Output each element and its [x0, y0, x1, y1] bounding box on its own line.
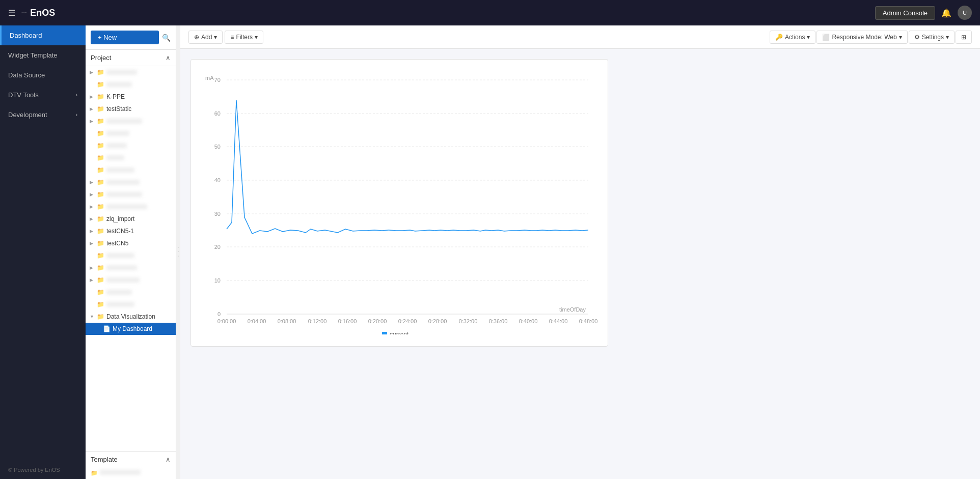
- y-tick-20: 20: [214, 244, 221, 250]
- project-header: Project ∧: [86, 50, 176, 66]
- content-toolbar: ⊕ Add ▾ ≡ Filters ▾ 🔑 Actions ▾ ⬜: [180, 25, 980, 49]
- folder-icon: 📁: [97, 240, 104, 247]
- tree-item-label: testCN5: [106, 240, 128, 247]
- folder-icon: 📁: [97, 252, 104, 259]
- x-tick-7: 0:28:00: [428, 318, 447, 324]
- list-item[interactable]: ▶ 📁: [86, 201, 176, 213]
- list-item[interactable]: 📁: [86, 164, 176, 176]
- folder-icon: 📁: [97, 81, 104, 88]
- folder-icon: 📁: [97, 105, 104, 112]
- grid-layout-button[interactable]: ⊞: [956, 31, 972, 44]
- list-item[interactable]: ▶ 📁: [86, 115, 176, 127]
- folder-icon: 📁: [97, 191, 104, 198]
- template-label: Template: [91, 456, 118, 463]
- sidebar-item-widget-template[interactable]: Widget Template: [0, 45, 86, 65]
- list-item[interactable]: 📁: [86, 286, 176, 298]
- y-tick-60: 60: [214, 110, 221, 117]
- responsive-mode-button[interactable]: ⬜ Responsive Mode: Web ▾: [816, 31, 907, 44]
- list-item-testcn5[interactable]: ▶ 📁 testCN5: [86, 237, 176, 249]
- project-collapse-icon[interactable]: ∧: [166, 54, 171, 62]
- tree-item-label: My Dashboard: [113, 325, 152, 332]
- tree-arrow-icon: ▶: [90, 277, 95, 283]
- x-tick-6: 0:24:00: [398, 318, 417, 324]
- folder-icon: 📁: [97, 215, 104, 222]
- list-item-testcn5-1[interactable]: ▶ 📁 testCN5-1: [86, 225, 176, 237]
- list-item[interactable]: 📁: [86, 298, 176, 311]
- bell-icon[interactable]: 🔔: [941, 8, 951, 18]
- tree-item-label: testStatic: [106, 105, 131, 112]
- sidebar-item-dtv-tools[interactable]: DTV Tools ›: [0, 85, 86, 105]
- folder-icon: 📁: [97, 203, 104, 210]
- hamburger-icon[interactable]: ☰: [8, 8, 15, 18]
- list-item[interactable]: 📁: [86, 152, 176, 164]
- chevron-down-icon: ▼: [90, 314, 95, 319]
- new-button[interactable]: + New: [91, 31, 159, 44]
- template-collapse-icon[interactable]: ∧: [166, 456, 171, 463]
- x-tick-2: 0:08:00: [278, 318, 296, 324]
- list-item[interactable]: ▶ 📁: [86, 188, 176, 201]
- add-button[interactable]: ⊕ Add ▾: [188, 31, 223, 44]
- file-icon: 📄: [103, 325, 111, 332]
- tree-arrow-icon: ▶: [90, 119, 95, 124]
- x-tick-11: 0:44:00: [549, 318, 568, 324]
- folder-icon: 📁: [97, 118, 104, 125]
- resize-handle[interactable]: · · ·: [176, 25, 180, 479]
- folder-icon: 📁: [97, 276, 104, 284]
- sidebar-item-dashboard[interactable]: Dashboard: [0, 25, 86, 45]
- settings-button[interactable]: ⚙ Settings ▾: [909, 31, 955, 44]
- filters-button[interactable]: ≡ Filters ▾: [225, 31, 263, 44]
- list-item-zlq-import[interactable]: ▶ 📁 zlq_import: [86, 213, 176, 225]
- folder-icon: 📁: [97, 301, 104, 308]
- sidebar-item-development[interactable]: Development ›: [0, 105, 86, 125]
- list-item-datavis[interactable]: ▼ 📁 Data Visualization: [86, 311, 176, 323]
- list-item[interactable]: ▶ 📁: [86, 176, 176, 188]
- tree-arrow-icon: ▶: [90, 70, 95, 75]
- settings-chevron-icon: ▾: [946, 34, 949, 41]
- list-item[interactable]: 📁: [86, 127, 176, 139]
- sidebar-item-data-source[interactable]: Data Source: [0, 65, 86, 85]
- list-item[interactable]: ▶ 📁: [86, 262, 176, 274]
- y-axis-label: mA: [205, 75, 214, 81]
- list-item[interactable]: ▶ 📁: [86, 66, 176, 78]
- list-item-my-dashboard[interactable]: 📄 My Dashboard: [86, 323, 176, 335]
- tree-arrow-icon: ▶: [90, 229, 95, 234]
- responsive-chevron-icon: ▾: [899, 34, 902, 41]
- admin-console-button[interactable]: Admin Console: [875, 6, 935, 20]
- chevron-icon: ›: [76, 112, 77, 118]
- y-tick-40: 40: [214, 177, 221, 183]
- x-tick-5: 0:20:00: [368, 318, 387, 324]
- chevron-icon: ›: [76, 92, 77, 98]
- sidebar-item-dtv-tools-label: DTV Tools: [8, 91, 39, 99]
- x-tick-0: 0:00:00: [217, 318, 236, 324]
- list-item[interactable]: 📁: [86, 249, 176, 262]
- x-tick-8: 0:32:00: [459, 318, 478, 324]
- list-item-teststatic[interactable]: ▶ 📁 testStatic: [86, 103, 176, 115]
- chart-container: mA 70 60 50 40: [190, 59, 608, 347]
- actions-button[interactable]: 🔑 Actions ▾: [770, 31, 815, 44]
- sidebar-item-development-label: Development: [8, 111, 47, 119]
- main-content: ⊕ Add ▾ ≡ Filters ▾ 🔑 Actions ▾ ⬜: [180, 25, 980, 479]
- add-label: Add: [201, 34, 212, 41]
- legend-label: current: [390, 331, 409, 334]
- avatar[interactable]: U: [958, 6, 972, 20]
- x-tick-4: 0:16:00: [338, 318, 357, 324]
- top-nav: ☰ ··· EnOS Admin Console 🔔 U: [0, 0, 980, 25]
- logo: ··· EnOS: [21, 8, 55, 18]
- sidebar-item-dashboard-label: Dashboard: [10, 32, 42, 39]
- list-item-kppe[interactable]: ▶ 📁 K-PPE: [86, 91, 176, 103]
- template-icon: 📁: [91, 470, 98, 476]
- folder-icon: 📁: [97, 179, 104, 186]
- list-item[interactable]: ▶ 📁: [86, 274, 176, 286]
- add-icon: ⊕: [194, 34, 199, 41]
- list-item[interactable]: 📁: [86, 139, 176, 152]
- legend-color-box: [382, 332, 387, 334]
- settings-icon: ⚙: [914, 34, 920, 41]
- actions-chevron-icon: ▾: [807, 34, 810, 41]
- tree-arrow-icon: ▶: [90, 192, 95, 197]
- search-icon[interactable]: 🔍: [162, 34, 171, 42]
- chart-svg: mA 70 60 50 40: [201, 70, 604, 334]
- tree-arrow-icon: ▶: [90, 265, 95, 270]
- top-nav-right: Admin Console 🔔 U: [875, 6, 972, 20]
- list-item[interactable]: 📁: [86, 78, 176, 91]
- sidebar-item-widget-template-label: Widget Template: [8, 51, 58, 59]
